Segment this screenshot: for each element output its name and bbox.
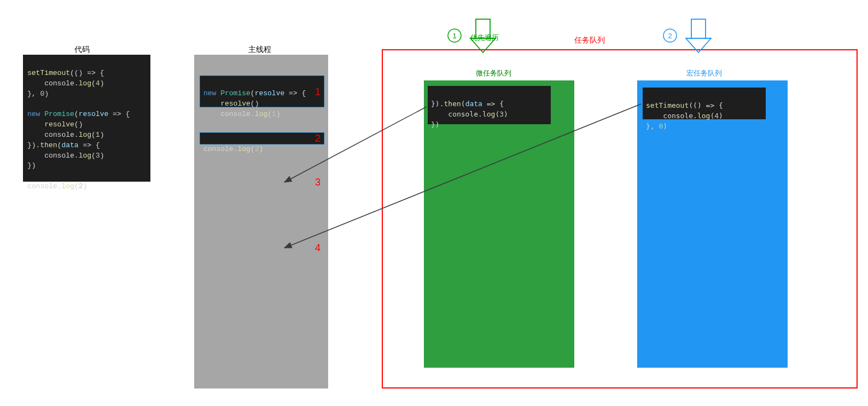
code-token: }) [27, 161, 36, 170]
code-token: 1 [272, 110, 276, 118]
code-token: ( [91, 152, 96, 160]
code-token: ) [100, 152, 104, 160]
code-token [203, 100, 220, 108]
code-token: log [79, 152, 91, 160]
badge-2-icon: 2 [663, 29, 677, 42]
code-token: }, [27, 90, 40, 98]
code-token: ( [251, 145, 255, 153]
micro-queue-title: 微任务队列 [476, 68, 511, 78]
step-4: 4 [315, 242, 321, 254]
code-token: log [79, 131, 91, 139]
step-2: 2 [315, 133, 321, 144]
code-token: 1 [96, 131, 100, 139]
code-token: resolve [44, 120, 74, 129]
code-token: log [255, 110, 267, 118]
macro-queue-title: 宏任务队列 [686, 68, 722, 78]
badge-1-icon: 1 [448, 29, 461, 42]
code-token: console. [646, 112, 697, 120]
code-token [27, 120, 44, 129]
code-token: data [465, 100, 482, 108]
code-token: ) [100, 79, 104, 88]
code-token: Promise [44, 110, 74, 118]
code-token: => { [284, 89, 306, 97]
code-token: }) [431, 120, 440, 129]
code-token: ) [504, 110, 508, 118]
code-token: () [74, 120, 83, 129]
thread-item-1: new Promise(resolve => { resolve() conso… [200, 76, 324, 107]
code-token: ) [100, 131, 104, 139]
code-token: console. [27, 131, 79, 139]
code-token: ) [276, 110, 281, 118]
code-token: ( [74, 182, 79, 190]
svg-point-7 [663, 29, 677, 42]
code-token: ) [259, 145, 263, 153]
code-token: then [40, 141, 57, 149]
task-queue-title: 任务队列 [574, 36, 605, 45]
code-token: console. [27, 79, 79, 88]
code-token: () [251, 100, 259, 108]
code-token: 4 [714, 112, 719, 120]
code-token: }, [646, 122, 659, 130]
code-token: ( [91, 131, 96, 139]
code-token: setTimeout [646, 101, 689, 109]
code-token: console. [27, 182, 61, 190]
step-3: 3 [315, 177, 321, 188]
code-token: resolve [220, 100, 251, 108]
code-token: data [61, 141, 78, 149]
code-token: resolve [255, 89, 285, 97]
code-token: ) [663, 122, 667, 130]
code-token: setTimeout [27, 69, 70, 77]
code-token: (() => { [70, 69, 104, 77]
step-1: 1 [315, 86, 321, 98]
code-token: => { [108, 110, 130, 118]
code-token: new [203, 89, 220, 97]
code-token: new [27, 110, 44, 118]
code-token: 3 [96, 152, 100, 160]
thread-item-2: console.log(2) [200, 132, 324, 144]
code-token: }). [27, 141, 40, 149]
micro-task-code: }).then(data => { console.log(3) }) [428, 86, 551, 124]
priority-label: 优先遍历 [470, 33, 499, 43]
code-token: ) [44, 90, 49, 98]
code-token: => { [482, 100, 504, 108]
code-token: ( [74, 110, 79, 118]
code-token: ( [267, 110, 272, 118]
code-token: log [237, 145, 250, 153]
code-token: Promise [220, 89, 251, 97]
code-token: console. [27, 152, 79, 160]
code-token: log [79, 79, 91, 88]
code-token: console. [203, 145, 237, 153]
code-token: ( [461, 100, 465, 108]
code-token: 4 [96, 79, 100, 88]
svg-point-3 [448, 29, 461, 42]
code-token: then [444, 100, 461, 108]
code-token: ( [91, 79, 96, 88]
code-token: ( [251, 89, 255, 97]
code-token: log [482, 110, 495, 118]
arrow-down-blue-icon [686, 19, 711, 53]
code-token: resolve [79, 110, 109, 118]
code-title: 代码 [66, 45, 98, 55]
code-token: 3 [499, 110, 504, 118]
code-token: (() => { [689, 101, 723, 109]
svg-text:2: 2 [668, 32, 672, 40]
code-token: }). [431, 100, 444, 108]
svg-rect-5 [691, 19, 706, 38]
code-token: ) [719, 112, 723, 120]
code-token: log [61, 182, 74, 190]
code-token: => { [79, 141, 100, 149]
svg-text:1: 1 [452, 32, 456, 40]
code-token: console. [203, 110, 255, 118]
macro-task-code: setTimeout(() => { console.log(4) }, 0) [643, 88, 766, 119]
code-token: log [697, 112, 710, 120]
code-token: console. [431, 110, 482, 118]
source-code-block: setTimeout(() => { console.log(4) }, 0) … [23, 55, 150, 182]
main-thread-title: 主线程 [238, 45, 282, 55]
code-token: ) [83, 182, 87, 190]
